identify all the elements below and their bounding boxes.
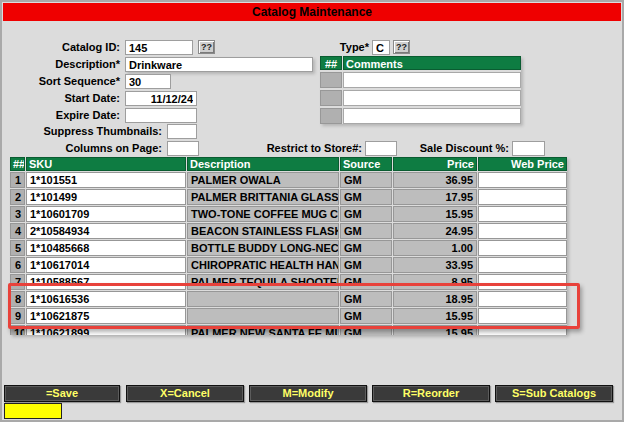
type-lookup-button[interactable]: ??: [393, 40, 410, 54]
source-cell: GM: [340, 172, 392, 188]
catalog-items-table: ## SKU Description Source Price Web Pric…: [10, 157, 567, 335]
row-number-cell: 8: [10, 291, 25, 307]
sku-cell[interactable]: 1*10588567: [26, 274, 186, 290]
restrict-to-store-label: Restrict to Store#:: [247, 141, 362, 156]
comment-value-cell[interactable]: [343, 90, 521, 106]
comment-row: [320, 108, 521, 124]
expire-date-label: Expire Date:: [2, 108, 120, 123]
row-number-cell: 10+: [10, 325, 25, 335]
table-row: 7 1*10588567 PALMER TEQUILA SHOOTER GM 8…: [10, 274, 567, 290]
source-cell: GM: [340, 223, 392, 239]
sku-cell[interactable]: 1*10485668: [26, 240, 186, 256]
col-header-num: ##: [10, 157, 25, 171]
row-number-cell: 9: [10, 308, 25, 324]
row-number-cell: 5: [10, 240, 25, 256]
col-header-price: Price: [393, 157, 477, 171]
sale-discount-input[interactable]: [512, 141, 545, 156]
row-number-cell: 7: [10, 274, 25, 290]
description-label: Description*: [2, 57, 120, 72]
sub-catalogs-button[interactable]: S=Sub Catalogs: [495, 385, 613, 402]
start-date-input[interactable]: [125, 91, 197, 106]
web-price-cell[interactable]: [478, 325, 567, 335]
price-cell: 24.95: [393, 223, 477, 239]
source-cell: GM: [340, 189, 392, 205]
source-cell: GM: [340, 325, 392, 335]
description-cell: PALMER TEQUILA SHOOTER: [187, 274, 339, 290]
price-cell: 1.00: [393, 240, 477, 256]
start-date-label: Start Date:: [2, 91, 120, 106]
web-price-cell[interactable]: [478, 189, 567, 205]
sort-sequence-input[interactable]: [125, 74, 171, 89]
price-cell: 15.95: [393, 325, 477, 335]
web-price-cell[interactable]: [478, 308, 567, 324]
comments-table: ## Comments: [320, 56, 521, 124]
sku-cell[interactable]: 2*10584934: [26, 223, 186, 239]
description-input[interactable]: [125, 57, 313, 72]
comment-num-cell: [320, 72, 342, 88]
sku-cell[interactable]: 1*101551: [26, 172, 186, 188]
columns-on-page-input[interactable]: [167, 141, 199, 156]
col-header-source: Source: [340, 157, 392, 171]
description-cell: PALMER BRITTANIA GLASS M: [187, 189, 339, 205]
source-cell: GM: [340, 206, 392, 222]
sku-cell[interactable]: 1*10621899: [26, 325, 186, 335]
table-row: 2 1*101499 PALMER BRITTANIA GLASS M GM 1…: [10, 189, 567, 205]
table-row: 1 1*101551 PALMER OWALA GM 36.95: [10, 172, 567, 188]
sku-cell[interactable]: 1*101499: [26, 189, 186, 205]
reorder-button[interactable]: R=Reorder: [372, 385, 490, 402]
modify-button[interactable]: M=Modify: [249, 385, 367, 402]
table-row: 3 1*10601709 TWO-TONE COFFEE MUG C GM 15…: [10, 206, 567, 222]
comment-row: [320, 72, 521, 88]
web-price-cell[interactable]: [478, 291, 567, 307]
col-header-description: Description: [187, 157, 339, 171]
col-header-web-price: Web Price: [478, 157, 567, 171]
expire-date-input[interactable]: [125, 108, 197, 123]
catalog-maintenance-window: Catalog Maintenance Catalog ID: ?? Type*…: [0, 0, 624, 422]
catalog-id-input[interactable]: [125, 40, 193, 55]
description-cell: PALMER NEW SANTA FE MU: [187, 325, 339, 335]
suppress-thumbnails-input[interactable]: [167, 124, 197, 139]
title-bar: Catalog Maintenance: [3, 3, 621, 21]
sku-cell[interactable]: 1*10617014: [26, 257, 186, 273]
description-cell: BOTTLE BUDDY LONG-NECK: [187, 240, 339, 256]
type-input[interactable]: [372, 40, 390, 55]
suppress-thumbnails-label: Suppress Thumbnails:: [2, 124, 162, 139]
row-number-cell: 2: [10, 189, 25, 205]
comment-value-cell[interactable]: [343, 108, 521, 124]
source-cell: GM: [340, 240, 392, 256]
source-cell: GM: [340, 274, 392, 290]
description-cell: BEACON STAINLESS FLASK: [187, 223, 339, 239]
sku-cell[interactable]: 1*10621875: [26, 308, 186, 324]
cancel-button[interactable]: X=Cancel: [126, 385, 244, 402]
table-row: 5 1*10485668 BOTTLE BUDDY LONG-NECK GM 1…: [10, 240, 567, 256]
sale-discount-label: Sale Discount %:: [402, 141, 509, 156]
web-price-cell[interactable]: [478, 206, 567, 222]
command-entry-field[interactable]: [4, 403, 62, 419]
web-price-cell[interactable]: [478, 257, 567, 273]
sku-cell[interactable]: 1*10616536: [26, 291, 186, 307]
catalog-id-lookup-button[interactable]: ??: [198, 40, 215, 54]
comment-num-cell: [320, 108, 342, 124]
web-price-cell[interactable]: [478, 172, 567, 188]
web-price-cell[interactable]: [478, 274, 567, 290]
comment-value-cell[interactable]: [343, 72, 521, 88]
description-cell: PALMER OWALA: [187, 172, 339, 188]
source-cell: GM: [340, 308, 392, 324]
price-cell: 8.95: [393, 274, 477, 290]
comments-header-row: ## Comments: [320, 56, 521, 70]
save-button[interactable]: =Save: [4, 385, 120, 402]
table-row-highlighted: 9 1*10621875 GM 15.95: [10, 308, 567, 324]
row-number-cell: 1: [10, 172, 25, 188]
row-number-cell: 4: [10, 223, 25, 239]
comments-num-header: ##: [320, 56, 342, 70]
price-cell: 33.95: [393, 257, 477, 273]
type-label: Type*: [302, 40, 369, 55]
description-cell: [187, 291, 339, 307]
web-price-cell[interactable]: [478, 240, 567, 256]
sku-cell[interactable]: 1*10601709: [26, 206, 186, 222]
price-cell: 36.95: [393, 172, 477, 188]
web-price-cell[interactable]: [478, 223, 567, 239]
comments-text-header: Comments: [343, 56, 521, 70]
restrict-to-store-input[interactable]: [365, 141, 397, 156]
price-cell: 15.95: [393, 308, 477, 324]
